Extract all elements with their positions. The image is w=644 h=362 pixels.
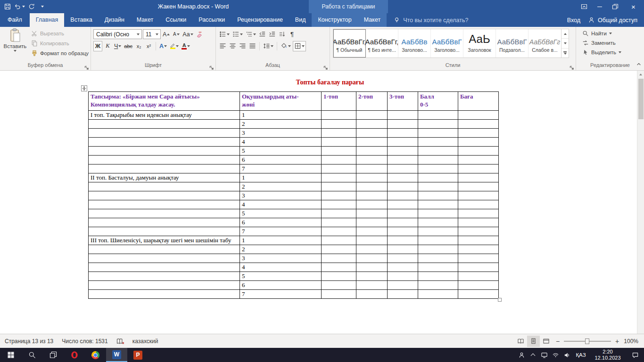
score-cell[interactable] xyxy=(356,111,388,120)
task-view-button[interactable] xyxy=(42,348,64,362)
score-cell[interactable] xyxy=(356,254,388,263)
empty-task-cell[interactable] xyxy=(89,165,240,173)
score-cell[interactable] xyxy=(356,281,388,290)
student-number-cell[interactable]: 6 xyxy=(240,281,322,290)
score-cell[interactable] xyxy=(418,165,458,173)
score-cell[interactable] xyxy=(388,290,418,299)
table-header-cell[interactable]: 3-топ xyxy=(388,92,418,111)
empty-task-cell[interactable] xyxy=(89,147,240,156)
tab-file[interactable]: Файл xyxy=(0,13,30,27)
score-cell[interactable] xyxy=(388,200,418,209)
score-cell[interactable] xyxy=(388,165,418,173)
score-cell[interactable] xyxy=(458,281,499,290)
taskbar-opera-button[interactable] xyxy=(64,348,85,362)
taskbar-search-button[interactable] xyxy=(21,348,42,362)
empty-task-cell[interactable] xyxy=(89,281,240,290)
bullets-button[interactable] xyxy=(218,29,231,40)
score-cell[interactable] xyxy=(322,138,356,147)
style-no-spacing[interactable]: АаБбВвГг,¶ Без инте... xyxy=(366,29,398,58)
empty-task-cell[interactable] xyxy=(89,200,240,209)
multilevel-list-button[interactable] xyxy=(245,29,257,40)
close-button[interactable]: × xyxy=(623,0,644,13)
empty-task-cell[interactable] xyxy=(89,254,240,263)
score-cell[interactable] xyxy=(356,290,388,299)
score-cell[interactable] xyxy=(388,173,418,182)
font-size-combo[interactable]: 11 xyxy=(143,29,161,39)
score-cell[interactable] xyxy=(356,173,388,182)
empty-task-cell[interactable] xyxy=(89,209,240,218)
strikethrough-button[interactable]: abc xyxy=(123,41,133,51)
empty-task-cell[interactable] xyxy=(89,191,240,200)
document-title[interactable]: Топты бағалау парағы xyxy=(88,79,572,86)
score-cell[interactable] xyxy=(418,120,458,129)
student-number-cell[interactable]: 5 xyxy=(240,272,322,281)
score-cell[interactable] xyxy=(322,245,356,254)
align-center-button[interactable] xyxy=(228,41,237,51)
score-cell[interactable] xyxy=(356,156,388,165)
find-button[interactable]: Найти xyxy=(578,29,621,38)
student-number-cell[interactable]: 3 xyxy=(240,254,322,263)
style-title[interactable]: АаЬЗаголовок xyxy=(463,29,496,58)
read-mode-button[interactable] xyxy=(514,336,527,347)
task-cell[interactable]: III топ. Шиеленісуі, шарықтау шегі мен ш… xyxy=(89,236,240,245)
score-cell[interactable] xyxy=(388,156,418,165)
score-cell[interactable] xyxy=(356,165,388,173)
student-number-cell[interactable]: 1 xyxy=(240,111,322,120)
tab-layout[interactable]: Макет xyxy=(131,13,159,27)
score-cell[interactable] xyxy=(356,200,388,209)
score-cell[interactable] xyxy=(322,227,356,236)
empty-task-cell[interactable] xyxy=(89,129,240,138)
tab-design[interactable]: Дизайн xyxy=(99,13,131,27)
score-cell[interactable] xyxy=(356,147,388,156)
shrink-font-button[interactable]: А xyxy=(172,29,181,40)
text-effects-button[interactable]: А xyxy=(158,41,168,51)
student-number-cell[interactable]: 2 xyxy=(240,245,322,254)
styles-dialog-launcher[interactable] xyxy=(570,64,574,68)
empty-task-cell[interactable] xyxy=(89,120,240,129)
student-number-cell[interactable]: 4 xyxy=(240,200,322,209)
underline-button[interactable]: Ч xyxy=(113,41,122,51)
italic-button[interactable]: К xyxy=(103,41,112,51)
score-cell[interactable] xyxy=(356,218,388,227)
score-cell[interactable] xyxy=(418,200,458,209)
show-formatting-marks-button[interactable]: ¶ xyxy=(288,29,297,40)
display-tray-icon[interactable] xyxy=(538,348,550,362)
score-cell[interactable] xyxy=(458,209,499,218)
score-cell[interactable] xyxy=(418,290,458,299)
zoom-out-button[interactable]: − xyxy=(553,337,563,345)
task-cell[interactable]: II топ. Басталуы, дамуын анықтау xyxy=(89,173,240,182)
taskbar-word-button[interactable]: W xyxy=(106,348,127,362)
network-tray-icon[interactable] xyxy=(550,348,561,362)
student-number-cell[interactable]: 1 xyxy=(240,236,322,245)
score-cell[interactable] xyxy=(418,147,458,156)
superscript-button[interactable]: х² xyxy=(144,41,153,51)
score-cell[interactable] xyxy=(356,138,388,147)
align-right-button[interactable] xyxy=(238,41,247,51)
empty-task-cell[interactable] xyxy=(89,263,240,272)
styles-scroll-down-button[interactable] xyxy=(561,39,569,48)
student-number-cell[interactable]: 4 xyxy=(240,138,322,147)
score-cell[interactable] xyxy=(458,245,499,254)
subscript-button[interactable]: х₂ xyxy=(134,41,143,51)
customize-qat-button[interactable] xyxy=(37,0,48,13)
share-button[interactable]: Общий доступ xyxy=(588,16,637,24)
score-cell[interactable] xyxy=(388,281,418,290)
score-cell[interactable] xyxy=(322,236,356,245)
paragraph-dialog-launcher[interactable] xyxy=(323,64,328,68)
score-cell[interactable] xyxy=(388,218,418,227)
table-header-cell[interactable]: Балл 0-5 xyxy=(418,92,458,111)
score-cell[interactable] xyxy=(356,191,388,200)
score-cell[interactable] xyxy=(458,272,499,281)
justify-button[interactable] xyxy=(248,41,257,51)
score-cell[interactable] xyxy=(458,236,499,245)
score-cell[interactable] xyxy=(388,182,418,191)
student-number-cell[interactable]: 5 xyxy=(240,147,322,156)
taskbar-powerpoint-button[interactable]: P xyxy=(127,348,149,362)
student-number-cell[interactable]: 4 xyxy=(240,263,322,272)
undo-dropdown-icon[interactable] xyxy=(22,6,25,8)
people-button[interactable] xyxy=(516,348,527,362)
sort-button[interactable] xyxy=(278,29,287,40)
ribbon-display-options-button[interactable] xyxy=(576,0,592,13)
score-cell[interactable] xyxy=(388,245,418,254)
minimize-button[interactable] xyxy=(592,0,607,13)
